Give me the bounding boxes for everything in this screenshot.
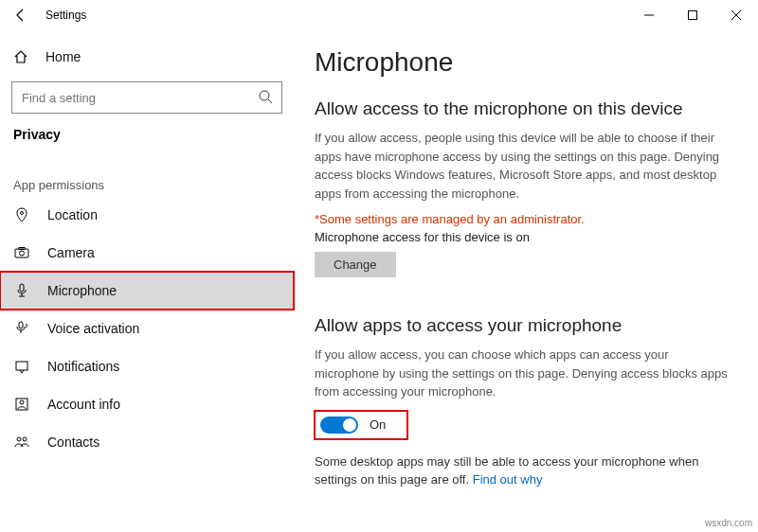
svg-point-4 xyxy=(260,91,269,100)
sidebar-item-label: Account info xyxy=(47,397,120,412)
section1-title: Allow access to the microphone on this d… xyxy=(315,98,730,119)
sidebar-item-notifications[interactable]: Notifications xyxy=(0,347,294,385)
find-out-why-link[interactable]: Find out why xyxy=(473,472,543,487)
svg-point-6 xyxy=(21,212,24,215)
category-label: Privacy xyxy=(0,123,294,151)
sidebar-item-contacts[interactable]: Contacts xyxy=(0,423,294,461)
apps-access-toggle[interactable] xyxy=(320,417,358,434)
change-button[interactable]: Change xyxy=(315,252,396,277)
camera-icon xyxy=(13,245,30,260)
svg-rect-10 xyxy=(20,284,24,292)
footer-desc: Some desktop apps may still be able to a… xyxy=(315,452,730,489)
svg-point-16 xyxy=(23,437,27,441)
home-nav[interactable]: Home xyxy=(0,38,294,76)
svg-rect-1 xyxy=(689,11,697,20)
sidebar-item-label: Camera xyxy=(47,245,95,260)
group-label: App permissions xyxy=(0,151,294,196)
main-area: Home Privacy App permissions Location Ca… xyxy=(0,30,758,532)
apps-access-toggle-row: On xyxy=(315,411,407,439)
sidebar-item-label: Location xyxy=(47,207,98,222)
section2-desc: If you allow access, you can choose whic… xyxy=(315,346,730,401)
sidebar-item-account-info[interactable]: Account info xyxy=(0,385,294,423)
back-icon[interactable] xyxy=(13,8,28,23)
sidebar-item-label: Microphone xyxy=(47,283,117,298)
svg-point-15 xyxy=(17,437,21,441)
sidebar-item-location[interactable]: Location xyxy=(0,196,294,234)
sidebar-item-label: Voice activation xyxy=(47,321,139,336)
search-icon[interactable] xyxy=(258,89,273,104)
sidebar-item-label: Contacts xyxy=(47,434,99,450)
svg-rect-11 xyxy=(19,322,23,328)
section2-title: Allow apps to access your microphone xyxy=(315,315,730,336)
voice-icon xyxy=(13,321,30,336)
sidebar-item-camera[interactable]: Camera xyxy=(0,234,294,272)
svg-line-5 xyxy=(268,99,272,103)
minimize-button[interactable] xyxy=(627,0,671,30)
svg-rect-7 xyxy=(15,249,28,257)
watermark: wsxdn.com xyxy=(705,518,752,528)
content-pane: Microphone Allow access to the microphon… xyxy=(294,30,758,532)
home-label: Home xyxy=(45,49,81,64)
maximize-button[interactable] xyxy=(671,0,714,30)
account-icon xyxy=(13,397,30,412)
window-title: Settings xyxy=(45,9,86,22)
device-status: Microphone access for this device is on xyxy=(315,230,730,244)
location-icon xyxy=(13,207,30,222)
titlebar: Settings xyxy=(0,0,758,30)
window-controls xyxy=(627,0,758,30)
notifications-icon xyxy=(13,359,30,374)
svg-point-14 xyxy=(20,400,24,404)
admin-warning: *Some settings are managed by an adminis… xyxy=(315,212,730,226)
titlebar-left: Settings xyxy=(13,8,86,23)
svg-rect-12 xyxy=(16,362,27,370)
search-container xyxy=(11,81,282,114)
search-input[interactable] xyxy=(11,81,282,114)
sidebar-item-label: Notifications xyxy=(47,359,119,374)
sidebar: Home Privacy App permissions Location Ca… xyxy=(0,30,294,532)
toggle-state-label: On xyxy=(370,417,386,432)
svg-point-8 xyxy=(20,251,25,256)
page-title: Microphone xyxy=(315,47,730,78)
sidebar-item-microphone[interactable]: Microphone xyxy=(0,272,294,310)
sidebar-item-voice-activation[interactable]: Voice activation xyxy=(0,310,294,347)
close-button[interactable] xyxy=(714,0,758,30)
contacts-icon xyxy=(13,434,30,450)
section1-desc: If you allow access, people using this d… xyxy=(315,129,730,203)
microphone-icon xyxy=(13,283,30,298)
home-icon xyxy=(13,49,28,64)
